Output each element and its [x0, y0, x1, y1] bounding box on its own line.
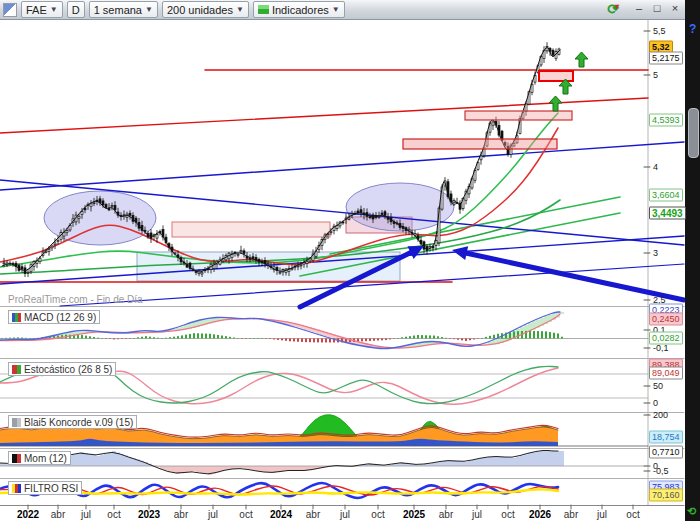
prorealtime-window: FAE▼ D 1 semana▼ 200 unidades▼ Indicador…	[0, 0, 700, 521]
close-button[interactable]: ×	[668, 3, 682, 14]
chart-icon	[258, 5, 269, 14]
units-dropdown[interactable]: 200 unidades▼	[162, 1, 249, 18]
help-icon[interactable]: ?	[689, 22, 696, 36]
watermark: ProRealTime.com - Fin de Día	[8, 294, 143, 305]
sync-corner-icon[interactable]: ⟲	[687, 505, 696, 518]
timeframe-dropdown[interactable]: 1 semana▼	[89, 1, 158, 18]
vertical-scrollbar-thumb[interactable]	[688, 108, 699, 158]
symbol-label: FAE	[26, 4, 47, 16]
symbol-dropdown[interactable]: FAE▼	[21, 1, 63, 18]
minimize-button[interactable]: –	[632, 3, 646, 14]
display-button[interactable]: D	[67, 1, 85, 18]
refresh-icon[interactable]: ⟳▾	[607, 1, 623, 17]
chevron-down-icon: ▼	[50, 6, 58, 14]
window-controls: – □ ×	[632, 3, 682, 14]
right-panel-strip	[685, 0, 700, 521]
tool-icon[interactable]	[3, 3, 17, 17]
toolbar: FAE▼ D 1 semana▼ 200 unidades▼ Indicador…	[0, 0, 685, 20]
chevron-down-icon: ▼	[236, 6, 244, 14]
maximize-button[interactable]: □	[650, 3, 664, 14]
indicators-dropdown[interactable]: Indicadores▼	[253, 1, 345, 18]
chevron-down-icon: ▼	[332, 6, 340, 14]
price-chart-canvas[interactable]	[0, 20, 700, 521]
chevron-down-icon: ▼	[145, 6, 153, 14]
